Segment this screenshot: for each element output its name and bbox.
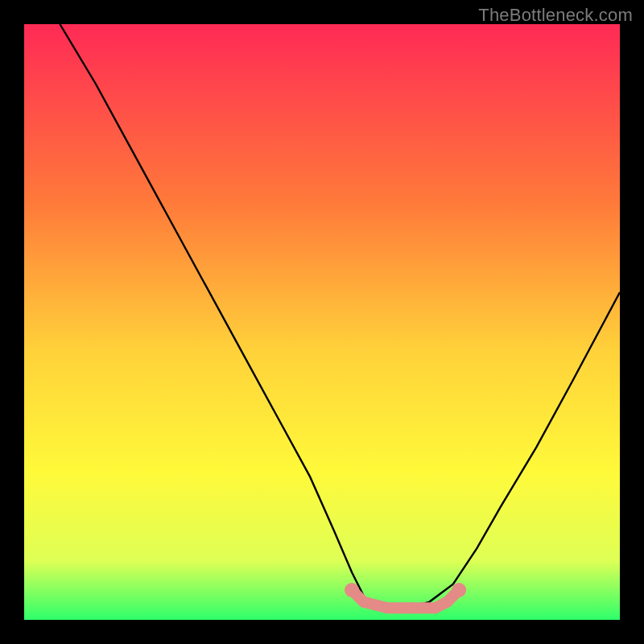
chart-svg: [24, 24, 620, 620]
watermark-text: TheBottleneck.com: [478, 5, 633, 26]
marker-dot: [452, 583, 466, 597]
gradient-background: [24, 24, 620, 620]
plot-area: [24, 24, 620, 620]
marker-dot: [418, 602, 429, 613]
marker-dot: [406, 602, 417, 613]
marker-dot: [430, 602, 441, 613]
marker-dot: [345, 583, 359, 597]
marker-dot: [382, 602, 393, 613]
marker-dot: [394, 602, 405, 613]
marker-dot: [358, 597, 369, 608]
outer-frame: TheBottleneck.com: [0, 0, 644, 644]
marker-dot: [441, 597, 452, 608]
